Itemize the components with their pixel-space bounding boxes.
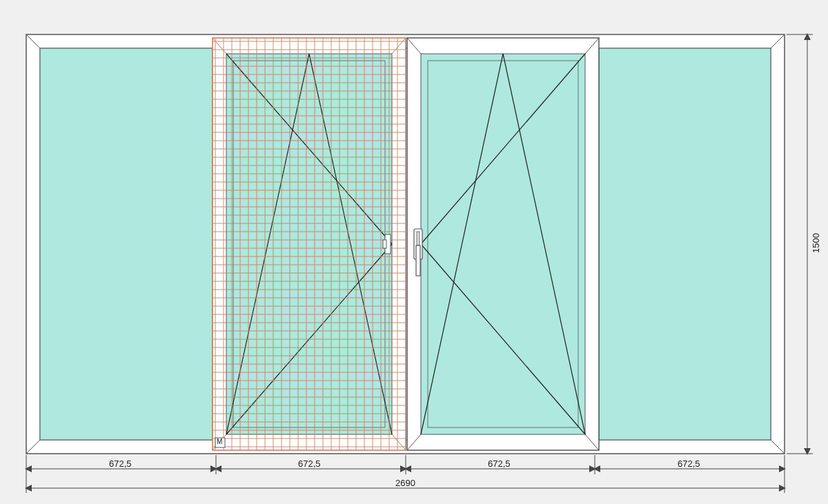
mesh-overlay [213, 38, 406, 450]
pane-2-sash [213, 38, 406, 450]
window-diagram-svg [0, 0, 828, 504]
dim-panel-4: 672,5 [678, 458, 700, 469]
drawing-canvas: 672,5 672,5 672,5 672,5 2690 1500 M [0, 0, 828, 504]
pane-4-glass [599, 48, 771, 440]
svg-rect-33 [417, 232, 420, 245]
svg-rect-22 [421, 54, 585, 434]
svg-rect-34 [416, 245, 420, 276]
pane-3-sash [407, 38, 599, 450]
dim-total-height: 1500 [811, 233, 821, 253]
dim-panel-1: 672,5 [109, 458, 132, 469]
pane-1-glass [40, 48, 213, 440]
mesh-badge-label: M [217, 438, 222, 445]
dim-panel-3: 672,5 [488, 458, 511, 469]
dim-panel-2: 672,5 [298, 458, 321, 469]
dim-total-width: 2690 [395, 478, 415, 488]
svg-rect-20 [383, 240, 386, 248]
